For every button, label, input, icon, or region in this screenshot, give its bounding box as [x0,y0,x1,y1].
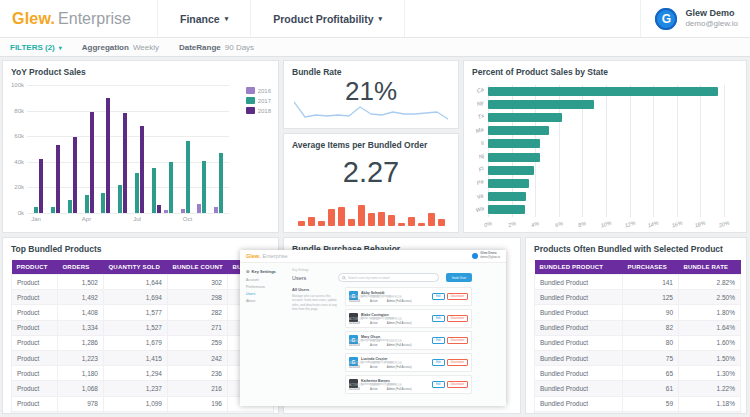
table-row: Bundled Product751.50% [535,350,741,365]
mini-page-title: Users [292,275,334,281]
mini-all-users-section: All Users Manage who can access this acc… [292,287,340,397]
table-row: Bundled Product801.60% [535,335,741,350]
chevron-down-icon: ▾ [225,15,229,23]
filter-bar: FILTERS (2) ▾ Aggregation Weekly DateRan… [0,38,750,57]
panel-top-bundled-products: Top Bundled Products PRODUCTORDERSQUANTI… [2,237,279,414]
embedded-users-page-screenshot: Glew. Enterprise Glew Demo demo@glew.io … [240,250,506,406]
mini-edit-button: Edit [432,381,445,388]
glew-logo[interactable]: Glew. Enterprise [12,10,131,28]
yoy-bar-chart: 0k20k40k60k80k100kJanAprJulOct [27,85,229,213]
daterange-value: 90 Days [225,43,254,52]
mini-deactivate-button: Deactivate [447,337,468,344]
mini-user-meta: USER ROLEAdmin (Full Access) [387,340,412,347]
state-bar-il [488,139,540,148]
mini-sidebar-item-account: Account [246,278,286,282]
mini-breadcrumb: Key Settings [292,268,472,272]
table-row: Bundled Product611.22% [535,381,741,396]
mini-section-description: Manage who can access this account. Invi… [292,294,340,311]
mini-user-card: Blake Covington blake.covington@glew.io … [345,309,472,328]
mini-sidebar-item-about: About [246,299,286,303]
bar-group-jan [29,159,43,213]
daterange-filter[interactable]: DateRange 90 Days [179,43,254,52]
bar-group-oct [181,141,195,213]
nav-product-profitability-label: Product Profitability [273,13,373,25]
mini-user-meta: STATUSActive [370,296,380,303]
glew-logo-suffix: Enterprise [58,10,131,28]
panel-bundle-purchase-behavior: Bundle Purchase Behavior Glew. Enterpris… [283,237,521,414]
mini-search-input: Search users by name or email [338,273,439,282]
nav-product-profitability[interactable]: Product Profitability ▾ [251,0,405,37]
top-navigation-bar: Glew. Enterprise Finance ▾ Product Profi… [0,0,750,38]
user-menu[interactable]: G Glew Demo demo@glew.io [640,0,738,37]
state-bar-pa [488,179,529,188]
state-horizontal-bar-chart: 0%2%4%6%8%10%12%14%16%18%20%CaNyTxMaIlNj… [488,85,724,217]
mini-sidebar-item-users: Users [246,292,286,296]
bar-group-may [96,98,110,213]
mini-main: Key Settings Users Search users by name … [292,268,472,402]
mini-deactivate-button: Deactivate [447,293,468,300]
mini-glew-logo-suffix: Enterprise [262,253,287,259]
table-row: Bundled Product651.30% [535,366,741,381]
table-header-row: BUNDLED PRODUCTPURCHASESBUNDLE RATE [535,260,741,275]
bundle-rate-sparkline [294,98,448,124]
mini-glew-logo: Glew. [246,253,260,259]
state-bar-ny [488,100,594,109]
panel-percent-product-sales-by-state: Percent of Product Sales by State 0%2%4%… [463,60,747,233]
panel-bundle-rate: Bundle Rate 21% [283,60,459,129]
mini-user-menu: Glew Demo demo@glew.io [472,252,500,259]
mini-sidebar: ⚙ Key Settings AccountPreferencesUsersAb… [246,268,286,402]
table-row: Product1,2861,679259 [12,335,274,350]
table-row: Product1,2231,415242 [12,350,274,365]
panel-products-often-bundled: Products Often Bundled with Selected Pro… [525,237,747,414]
mini-edit-button: Edit [432,359,445,366]
mini-header: Glew. Enterprise Glew Demo demo@glew.io [240,250,506,263]
mini-user-meta: USER ROLEAdmin (Full Access) [387,362,412,369]
mini-user-meta: STATUSActive [370,318,380,325]
mini-user-meta: STATUSActive [370,340,380,347]
bar-group-nov [197,161,211,213]
table-row: Bundled Product901.80% [535,305,741,320]
table-row: Product1,1801,294236 [12,366,274,381]
mini-user-meta: ACTIVE ON01/01/18 [349,296,363,303]
mini-user-meta: STATUSActive [370,384,380,391]
mini-user-card: G Abby Schmidt abby.schmidt@glew.io ACTI… [345,287,472,306]
table-row: Bundled Product1412.82% [535,275,741,290]
mini-user-meta: ACTIVE ON01/01/18 [349,362,363,369]
user-avatar-icon: G [655,8,677,30]
state-bar-ca [488,87,718,96]
bar-group-feb [46,145,60,213]
table-row: Product9781,099196 [12,396,274,411]
aggregation-label: Aggregation [82,43,129,52]
mini-user-card: Katherine Barnes katherine.barnes@glew.i… [345,375,472,394]
table-row: Product3,2743,277180 [12,411,274,414]
main-nav: Finance ▾ Product Profitability ▾ [157,0,405,37]
mini-user-meta: USER ROLEAdmin (Full Access) [387,384,412,391]
filters-label: FILTERS (2) [10,43,55,52]
panel-title: Percent of Product Sales by State [464,61,746,79]
mini-user-card: G Lucinda Crozier lucinda.crozier@glew.i… [345,353,472,372]
gear-icon: ⚙ [246,269,250,274]
avg-items-mini-bar-chart [284,204,458,226]
state-bar-ma [488,126,549,135]
chevron-down-icon: ▾ [379,15,383,23]
nav-finance[interactable]: Finance ▾ [158,0,251,37]
bar-group-apr [80,112,94,213]
mini-user-meta: STATUSActive [370,362,380,369]
table-row: Bundled Product591.18% [535,396,741,411]
state-bar-nj [488,153,540,162]
mini-sidebar-title: ⚙ Key Settings [246,269,286,274]
aggregation-filter[interactable]: Aggregation Weekly [82,43,159,52]
mini-deactivate-button: Deactivate [447,381,468,388]
daterange-label: DateRange [179,43,221,52]
panel-title: YoY Product Sales [3,61,278,79]
table-row: Product1,5021,644302 [12,275,274,290]
mini-user-avatar-icon [472,253,478,259]
state-bar-va [488,192,526,201]
top-bundled-products-table: PRODUCTORDERSQUANTITY SOLDBUNDLE COUNTBU… [11,260,274,414]
bar-group-aug [147,168,161,213]
glew-logo-text: Glew. [12,10,55,28]
table-row: Product1,4921,694298 [12,290,274,305]
mini-body: ⚙ Key Settings AccountPreferencesUsersAb… [240,263,506,406]
filters-toggle[interactable]: FILTERS (2) ▾ [10,43,62,52]
user-name: Glew Demo [685,8,738,19]
